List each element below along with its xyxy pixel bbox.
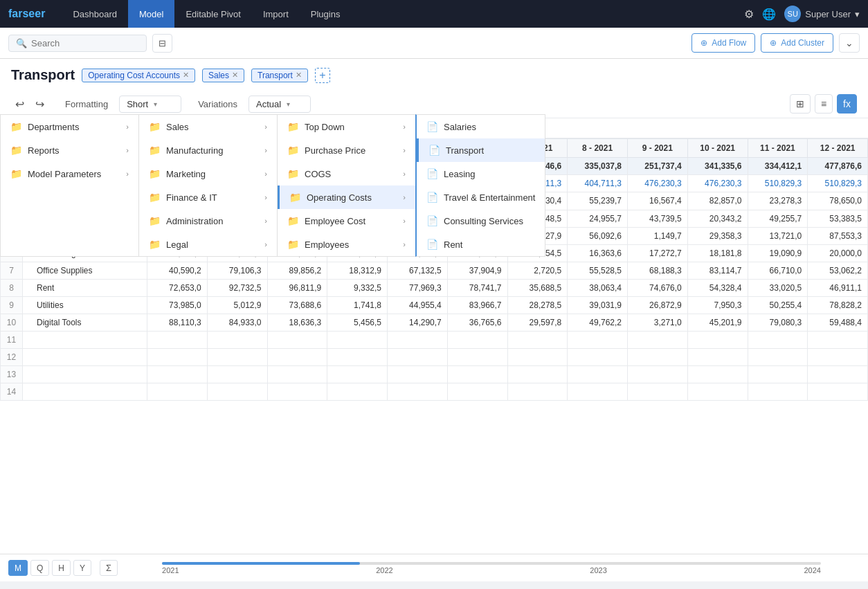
cell-value[interactable] bbox=[267, 383, 327, 400]
cell-value[interactable] bbox=[748, 331, 808, 348]
nav-dashboard[interactable]: Dashboard bbox=[62, 0, 128, 28]
cell-value[interactable]: 46,911,1 bbox=[808, 279, 868, 296]
cell-value[interactable]: 49,762,2 bbox=[568, 314, 628, 331]
menu-consulting-services[interactable]: 📄 Consulting Services bbox=[417, 209, 545, 233]
cell-value[interactable] bbox=[687, 383, 748, 400]
menu-travel-entertainment[interactable]: 📄 Travel & Entertainment bbox=[417, 185, 545, 209]
cell-value[interactable]: 40,590,2 bbox=[147, 262, 208, 279]
cell-value[interactable]: 29,597,8 bbox=[507, 314, 568, 331]
sigma-button[interactable]: Σ bbox=[100, 560, 118, 576]
cell-value[interactable] bbox=[628, 348, 688, 365]
cell-value[interactable] bbox=[628, 383, 688, 400]
grid-view-button[interactable]: ⊞ bbox=[790, 94, 811, 114]
cell-value[interactable]: 78,828,2 bbox=[808, 296, 868, 314]
cell-value[interactable]: 35,688,5 bbox=[507, 279, 568, 296]
cell-value[interactable] bbox=[207, 383, 267, 400]
cell-value[interactable] bbox=[388, 348, 448, 365]
cell-value[interactable]: 1,741,8 bbox=[327, 296, 388, 314]
cell-value[interactable] bbox=[687, 348, 748, 365]
cell-value[interactable] bbox=[447, 383, 507, 400]
cell-value[interactable] bbox=[808, 331, 868, 348]
cell-value[interactable] bbox=[147, 365, 208, 383]
cell-value[interactable] bbox=[628, 331, 688, 348]
menu-transport[interactable]: 📄 Transport bbox=[417, 138, 545, 162]
cell-value[interactable]: 53,062,2 bbox=[808, 262, 868, 279]
cell-value[interactable]: 14,290,7 bbox=[388, 314, 448, 331]
cell-value[interactable] bbox=[388, 331, 448, 348]
tag-close-sales[interactable]: ✕ bbox=[232, 71, 238, 80]
menu-employees[interactable]: 📁 Employees › bbox=[278, 233, 415, 256]
cell-value[interactable]: 18,636,3 bbox=[267, 314, 327, 331]
cell-value[interactable]: 44,955,4 bbox=[388, 296, 448, 314]
cell-value[interactable] bbox=[507, 365, 568, 383]
cell-value[interactable]: 73,688,6 bbox=[267, 296, 327, 314]
search-input[interactable] bbox=[31, 38, 128, 48]
row-label[interactable] bbox=[23, 383, 147, 400]
cell-value[interactable] bbox=[568, 383, 628, 400]
menu-model-parameters[interactable]: 📁 Model Parameters › bbox=[1, 162, 138, 185]
menu-legal[interactable]: 📁 Legal › bbox=[139, 233, 277, 256]
row-label[interactable] bbox=[23, 365, 147, 383]
cell-value[interactable]: 92,732,5 bbox=[207, 279, 267, 296]
nav-editable-pivot[interactable]: Editable Pivot bbox=[174, 0, 252, 28]
cell-value[interactable] bbox=[327, 383, 388, 400]
cell-value[interactable] bbox=[447, 348, 507, 365]
cell-value[interactable] bbox=[808, 383, 868, 400]
menu-manufacturing[interactable]: 📁 Manufacturing › bbox=[139, 138, 277, 162]
cell-value[interactable] bbox=[687, 331, 748, 348]
cell-value[interactable]: 78,741,7 bbox=[447, 279, 507, 296]
redo-button[interactable]: ↪ bbox=[31, 95, 48, 114]
cell-value[interactable]: 88,110,3 bbox=[147, 314, 208, 331]
cell-value[interactable]: 37,904,9 bbox=[447, 262, 507, 279]
cell-value[interactable] bbox=[568, 331, 628, 348]
cell-value[interactable] bbox=[447, 365, 507, 383]
cell-value[interactable]: 38,063,4 bbox=[568, 279, 628, 296]
variations-select[interactable]: Actual ▾ bbox=[248, 96, 311, 113]
cell-value[interactable]: 67,132,5 bbox=[388, 262, 448, 279]
menu-administration[interactable]: 📁 Administration › bbox=[139, 209, 277, 233]
cell-value[interactable]: 83,114,7 bbox=[687, 262, 748, 279]
expand-button[interactable]: ⌄ bbox=[839, 33, 860, 53]
menu-reports[interactable]: 📁 Reports › bbox=[1, 138, 138, 162]
tag-close-operating[interactable]: ✕ bbox=[183, 71, 189, 80]
menu-finance-it[interactable]: 📁 Finance & IT › bbox=[139, 185, 277, 209]
cell-value[interactable]: 26,872,9 bbox=[628, 296, 688, 314]
cell-value[interactable] bbox=[507, 383, 568, 400]
cell-value[interactable]: 50,255,4 bbox=[748, 296, 808, 314]
cell-value[interactable]: 72,653,0 bbox=[147, 279, 208, 296]
settings-icon[interactable]: ⚙ bbox=[744, 8, 754, 21]
cell-value[interactable] bbox=[808, 348, 868, 365]
cell-value[interactable] bbox=[808, 365, 868, 383]
cell-value[interactable] bbox=[267, 365, 327, 383]
menu-cogs[interactable]: 📁 COGS › bbox=[278, 162, 415, 185]
tag-add-button[interactable]: + bbox=[315, 68, 330, 83]
cell-value[interactable]: 36,765,6 bbox=[447, 314, 507, 331]
row-label[interactable]: Utilities bbox=[23, 296, 147, 314]
cell-value[interactable] bbox=[628, 365, 688, 383]
cell-value[interactable] bbox=[447, 331, 507, 348]
menu-sales[interactable]: 📁 Sales › bbox=[139, 115, 277, 138]
menu-rent[interactable]: 📄 Rent bbox=[417, 233, 545, 256]
cell-value[interactable]: 55,528,5 bbox=[568, 262, 628, 279]
cell-value[interactable]: 59,488,4 bbox=[808, 314, 868, 331]
cell-value[interactable] bbox=[147, 331, 208, 348]
menu-operating-costs[interactable]: 📁 Operating Costs › bbox=[278, 185, 415, 209]
period-q-button[interactable]: Q bbox=[30, 560, 49, 576]
menu-departments[interactable]: 📁 Departments › bbox=[1, 115, 138, 138]
cell-value[interactable] bbox=[687, 365, 748, 383]
cell-value[interactable]: 89,856,2 bbox=[267, 262, 327, 279]
cell-value[interactable]: 79,080,3 bbox=[748, 314, 808, 331]
cell-value[interactable]: 5,012,9 bbox=[207, 296, 267, 314]
cell-value[interactable]: 45,201,9 bbox=[687, 314, 748, 331]
cell-value[interactable]: 79,106,3 bbox=[207, 262, 267, 279]
equals-view-button[interactable]: ≡ bbox=[815, 94, 833, 114]
row-label[interactable]: Office Supplies bbox=[23, 262, 147, 279]
menu-employee-cost[interactable]: 📁 Employee Cost › bbox=[278, 209, 415, 233]
row-label[interactable]: Digital Tools bbox=[23, 314, 147, 331]
cell-value[interactable]: 68,188,3 bbox=[628, 262, 688, 279]
cell-value[interactable] bbox=[207, 348, 267, 365]
cell-value[interactable]: 54,328,4 bbox=[687, 279, 748, 296]
cell-value[interactable]: 39,031,9 bbox=[568, 296, 628, 314]
menu-purchase-price[interactable]: 📁 Purchase Price › bbox=[278, 138, 415, 162]
menu-top-down[interactable]: 📁 Top Down › bbox=[278, 115, 415, 138]
